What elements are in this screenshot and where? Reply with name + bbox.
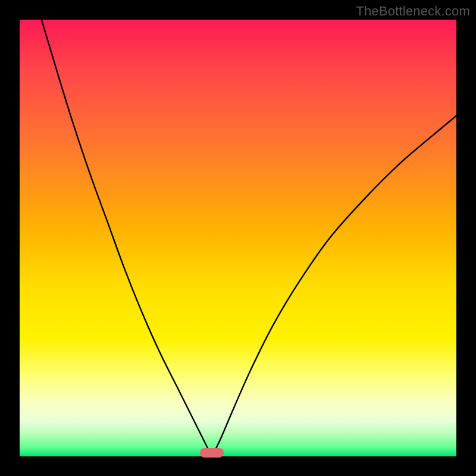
chart-frame: TheBottleneck.com — [0, 0, 476, 476]
minimum-marker — [200, 448, 224, 458]
left-curve — [42, 20, 212, 456]
right-curve — [212, 115, 456, 456]
watermark-text: TheBottleneck.com — [356, 4, 470, 19]
curves-svg — [0, 0, 476, 476]
